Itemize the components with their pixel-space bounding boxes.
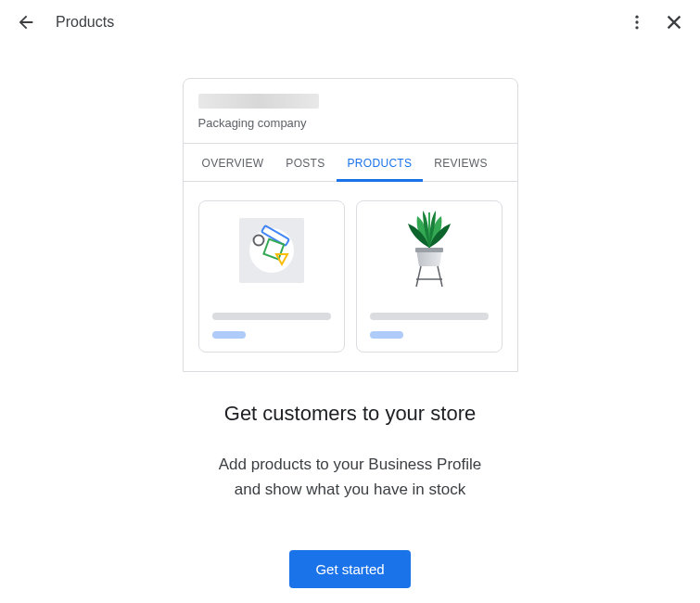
- svg-point-2: [635, 26, 638, 29]
- get-started-button[interactable]: Get started: [289, 550, 410, 588]
- placeholder-line: [370, 313, 489, 320]
- product-grid: [184, 182, 517, 371]
- promo-subtext: Add products to your Business Profile an…: [219, 452, 481, 502]
- product-card: [198, 200, 345, 353]
- business-profile-preview: Packaging company OVERVIEW POSTS PRODUCT…: [183, 78, 518, 372]
- placeholder-line-accent: [370, 331, 403, 339]
- tab-products[interactable]: PRODUCTS: [337, 144, 424, 181]
- close-button[interactable]: [663, 11, 685, 33]
- promo-headline: Get customers to your store: [219, 402, 481, 426]
- plant-icon: [393, 209, 465, 292]
- promo-text: Get customers to your store Add products…: [219, 402, 481, 502]
- page-title: Products: [56, 14, 114, 31]
- tab-reviews[interactable]: REVIEWS: [423, 144, 498, 181]
- arrow-left-icon: [16, 12, 36, 32]
- svg-point-0: [635, 16, 638, 19]
- subtext-line: and show what you have in stock: [235, 481, 465, 498]
- preview-header: Packaging company: [184, 79, 517, 143]
- placeholder-line-accent: [212, 331, 246, 339]
- placeholder-line: [212, 313, 331, 320]
- more-options-button[interactable]: [626, 11, 648, 33]
- close-icon: [664, 12, 684, 32]
- tabs-bar: OVERVIEW POSTS PRODUCTS REVIEWS: [184, 143, 517, 182]
- svg-rect-8: [415, 248, 443, 252]
- tab-posts[interactable]: POSTS: [274, 144, 336, 181]
- product-card: [356, 200, 503, 353]
- tab-overview[interactable]: OVERVIEW: [191, 144, 275, 181]
- product-illustration-plant: [393, 214, 465, 287]
- product-illustration-shapes: [235, 214, 308, 287]
- company-type-label: Packaging company: [198, 116, 503, 130]
- more-vertical-icon: [628, 13, 646, 32]
- shapes-icon: [235, 214, 308, 287]
- back-button[interactable]: [15, 11, 37, 33]
- subtext-line: Add products to your Business Profile: [219, 455, 481, 473]
- company-name-placeholder: [198, 94, 319, 109]
- header: Products: [0, 0, 700, 45]
- svg-point-1: [635, 20, 638, 23]
- content-area: Packaging company OVERVIEW POSTS PRODUCT…: [0, 45, 700, 588]
